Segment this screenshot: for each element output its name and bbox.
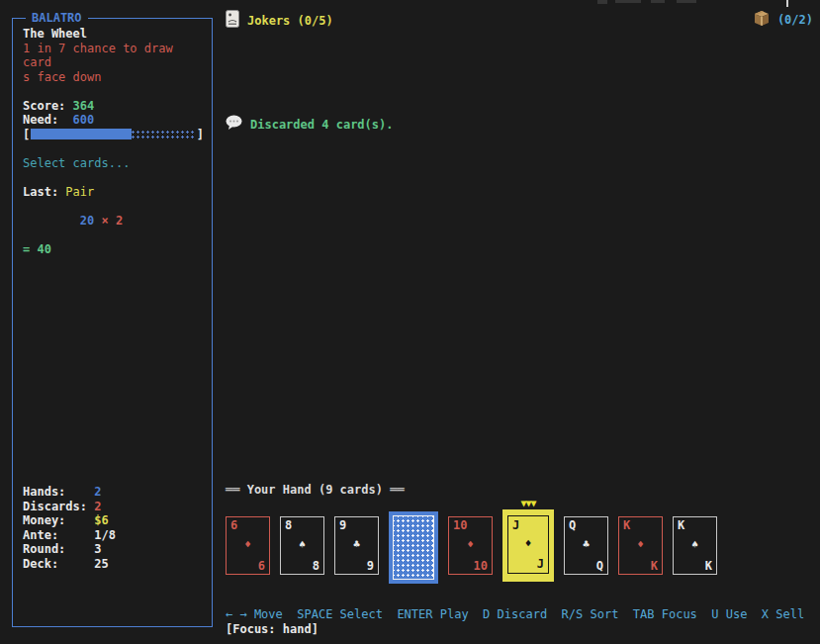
card-face: J ♦ J [507,515,549,574]
card-back-pattern [393,515,434,580]
card-face: K ♠ K [673,516,717,575]
log-message-text: Discarded 4 card(s). [250,118,394,133]
jokers-label: Jokers (0/5) [247,14,333,29]
card-rank-top: 9 [339,518,346,533]
stat-deck: Deck: 25 [23,557,116,572]
hand-total: = 40 [23,242,204,257]
focus-indicator: [Focus: hand] [226,622,319,637]
stat-round-value: 3 [94,542,101,557]
card-face: 8 ♠ 8 [280,516,324,575]
card-face: 10 ♦ 10 [448,516,493,575]
need-row: Need: 600 [23,113,204,128]
card-rank-top: J [512,518,519,533]
card-face: 6 ♦ 6 [226,516,270,575]
stat-round: Round: 3 [23,542,116,557]
stat-ante-value: 1/8 [94,528,116,543]
card-9-of-clubs[interactable]: 9 ♣ 9 [334,516,379,575]
club-suit-icon: ♣ [583,537,590,552]
card-rank-bottom: 6 [258,559,265,574]
card-rank-bottom: 10 [474,559,488,574]
card-face: K ♦ K [618,516,663,575]
score-row: Score: 364 [23,99,204,114]
prompt-text: Select cards... [23,156,204,171]
need-value: 600 [73,113,95,128]
jokers-section[interactable]: Jokers (0/5) [226,10,333,32]
hand-cards-row: 6 ♦ 6 8 ♠ 8 9 ♣ 9 10 ♦ [226,509,717,584]
stat-deck-value: 25 [94,557,108,572]
card-rank-bottom: 9 [367,559,374,574]
card-rank-bottom: J [537,557,544,572]
stat-money-value: $6 [94,513,108,528]
diamond-suit-icon: ♦ [525,536,532,551]
score-label: Score: [23,99,73,114]
game-info-panel: BALATRO The Wheel 1 in 7 chance to draw … [12,18,213,627]
spade-suit-icon: ♠ [299,537,306,552]
card-jack-of-diamonds-selected[interactable]: ▼▼▼ J ♦ J [502,509,554,582]
cursor-artifact [786,0,788,7]
blind-description-line2: s face down [23,70,204,85]
stat-ante-label: Ante: [23,528,94,543]
card-face: 9 ♣ 9 [334,516,379,575]
card-king-of-spades[interactable]: K ♠ K [673,516,717,575]
card-rank-top: Q [569,518,576,533]
stat-hands-label: Hands: [23,485,94,500]
stat-discards-label: Discards: [23,500,94,514]
blind-name: The Wheel [23,27,204,42]
card-rank-top: 10 [453,518,467,533]
last-hand-row: Last: Pair [23,185,204,200]
run-stats: Hands: 2 Discards: 2 Money: $6 Ante: 1/8… [23,485,116,571]
card-queen-of-clubs[interactable]: Q ♣ Q [564,516,608,575]
stat-deck-label: Deck: [23,557,94,572]
card-rank-bottom: K [651,559,658,574]
consumables-count: (0/2) [777,13,813,28]
stat-discards-value: 2 [94,500,101,514]
balatro-terminal-screen: BALATRO The Wheel 1 in 7 chance to draw … [0,0,820,644]
panel-title: BALATRO [26,11,88,26]
consumables-section[interactable]: (0/2) [753,10,813,31]
hand-cursor-icon: ▼▼▼ [520,497,535,511]
card-face: Q ♣ Q [564,516,608,575]
package-icon [753,10,771,31]
diamond-suit-icon: ♦ [637,537,644,552]
card-8-of-spades[interactable]: 8 ♠ 8 [280,516,324,575]
progress-fill [31,129,132,139]
mult-value: 2 [116,214,123,228]
progress-track [31,129,196,139]
last-hand-value: Pair [65,185,94,199]
score-progress-bar: [ ] [23,128,204,142]
need-label: Need: [23,113,73,128]
stat-hands: Hands: 2 [23,485,116,500]
progress-close-bracket: ] [197,128,204,142]
card-rank-bottom: K [705,559,712,574]
club-suit-icon: ♣ [353,537,360,552]
joker-card-icon [226,10,239,32]
card-king-of-diamonds[interactable]: K ♦ K [618,516,663,575]
card-rank-top: 8 [285,518,292,533]
card-rank-bottom: Q [596,559,603,574]
stat-hands-value: 2 [94,485,101,500]
blind-description-line1: 1 in 7 chance to draw card [23,42,204,70]
progress-open-bracket: [ [23,128,30,142]
card-rank-top: K [678,518,684,533]
card-rank-top: K [623,518,630,533]
last-hand-label: Last: [23,185,58,199]
spade-suit-icon: ♠ [691,537,698,552]
diamond-suit-icon: ♦ [244,537,251,552]
card-rank-top: 6 [230,518,237,533]
card-6-of-diamonds[interactable]: 6 ♦ 6 [226,516,270,575]
chips-value: 20 [80,214,94,228]
stat-money: Money: $6 [23,513,116,528]
speech-balloon-icon [226,115,242,135]
hand-header: ══ Your Hand (9 cards) ══ [226,483,405,498]
stat-discards: Discards: 2 [23,500,116,514]
clipped-top-row-artifact [593,0,820,7]
card-10-of-diamonds[interactable]: 10 ♦ 10 [448,516,493,575]
diamond-suit-icon: ♦ [467,537,474,552]
stat-money-label: Money: [23,513,94,528]
keybind-help-line: ← → Move SPACE Select ENTER Play D Disca… [226,607,804,622]
mult-operator: × [94,214,116,228]
log-message-row: Discarded 4 card(s). [226,115,394,135]
card-face-down[interactable] [389,511,438,584]
card-rank-bottom: 8 [313,559,319,574]
score-value: 364 [73,99,95,114]
